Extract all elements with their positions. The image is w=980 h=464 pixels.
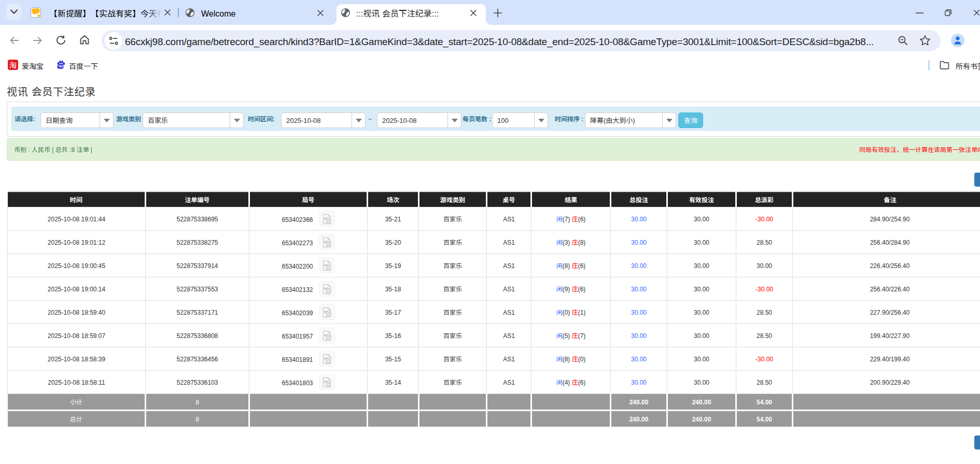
- svg-text:du: du: [59, 64, 64, 68]
